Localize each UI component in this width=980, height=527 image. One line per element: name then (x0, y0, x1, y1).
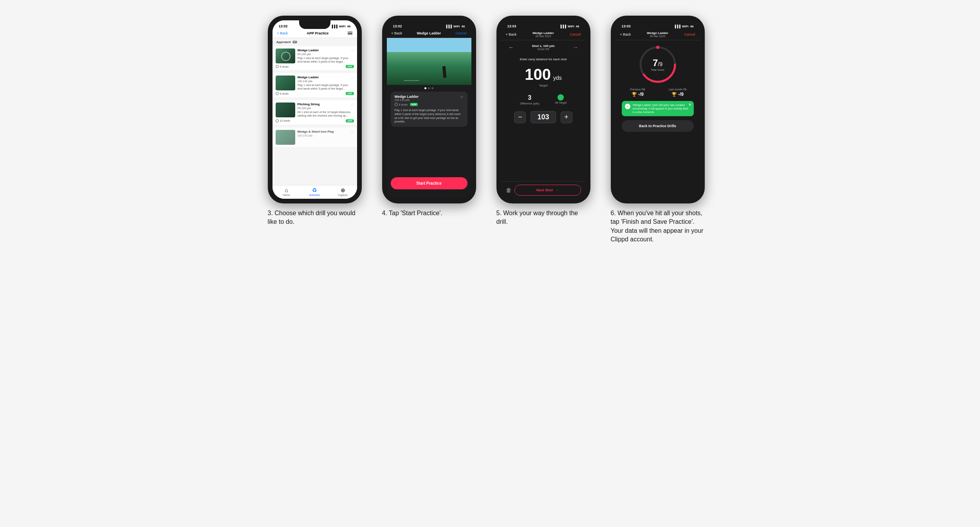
phone-notch-4 (642, 20, 673, 29)
back-button-3[interactable]: < Back (506, 32, 517, 36)
phone-1-column: 13:02 ▐▐▐ WiFi 46 < Back APP Practice (268, 16, 370, 227)
previous-pb: Previous PB 🏆 -/9 (622, 88, 654, 97)
star-icon-4[interactable]: ☆ (350, 130, 354, 134)
shot-input[interactable]: 103 (531, 111, 556, 123)
phone-notch-2 (413, 20, 445, 29)
decrement-button[interactable]: − (514, 112, 526, 123)
target-display: 100 yds Target (501, 63, 586, 91)
nav-bar-1: < Back APP Practice (273, 30, 357, 38)
status-icons-4: ▐▐▐ WiFi 46 (674, 25, 694, 28)
clock-icon-3 (276, 119, 279, 122)
phone-2: 13:02 ▐▐▐ WiFi 46 < Back Wedge Ladder Ca… (382, 16, 476, 203)
tab-home[interactable]: ⌂ Home (273, 187, 301, 196)
status-time-1: 13:02 (279, 24, 288, 28)
cancel-button-4[interactable]: Cancel (684, 32, 695, 36)
cancel-button-2[interactable]: Cancel (455, 31, 466, 35)
image-dots-2 (387, 85, 471, 92)
drill-card-3[interactable]: Pitching String ☆ 55-100 yds Hit 1 shot … (273, 100, 357, 125)
results-screen: 7 /9 Total Score Previous PB 🏆 -/ (615, 40, 700, 199)
back-to-drills-button[interactable]: Back to Practice Drills (622, 120, 694, 132)
phone-3: 13:03 ▐▐▐ WiFi 46 < Back Wedge Ladder 06… (496, 16, 590, 203)
arrow-right-icon: → (555, 188, 559, 192)
hit-target-icon (558, 94, 564, 101)
success-toast: ✓ 'Wedge Ladder (100-140 yds)' was creat… (622, 101, 694, 116)
drill-info-3: Pitching String ☆ 55-100 yds Hit 1 shot … (298, 103, 354, 117)
step-number-4: 6. (611, 210, 616, 216)
prev-shot-button[interactable]: ← (507, 43, 516, 52)
signal-icon-1: ▐▐▐ (331, 25, 337, 28)
score-text: 7 /9 Total Score (651, 58, 664, 71)
clock-icon-detail (395, 103, 398, 106)
phone-notch-3 (528, 20, 559, 29)
star-icon-3[interactable]: ☆ (350, 103, 354, 107)
drill-info-2: Wedge Ladder ☆ 100-140 yds Play 1 shot a… (298, 76, 354, 90)
tab-bar-1: ⌂ Home ♻ Activities ⊕ Capture (273, 185, 357, 199)
status-icons-3: ▐▐▐ WiFi 46 (559, 25, 579, 28)
drill-thumb-2 (276, 76, 295, 90)
star-icon-2[interactable]: ☆ (350, 76, 354, 80)
caption-3: 5. Work your way through the drill. (496, 209, 590, 227)
trophy-icon-2: 🏆 (671, 92, 677, 97)
nav-title-4: Wedge Ladder 06 Mar 2023 (631, 31, 684, 38)
score-circle: 7 /9 Total Score (638, 45, 677, 84)
phone-2-column: 13:02 ▐▐▐ WiFi 46 < Back Wedge Ladder Ca… (382, 16, 484, 218)
svg-point-2 (656, 46, 659, 49)
battery-icon-1: 46 (347, 25, 351, 28)
drill-thumb-3 (276, 103, 295, 117)
phone-4: 13:03 ▐▐▐ WiFi 46 < Back Wedge Ladder 06… (611, 16, 705, 203)
check-icon: ✓ (625, 104, 630, 109)
trophy-icon-1: 🏆 (632, 92, 637, 97)
category-tag: Approach 7 (276, 40, 353, 44)
nav-bar-3: < Back Wedge Ladder 06 Mar 2023 Cancel (501, 30, 586, 40)
nav-title-3: Wedge Ladder 06 Mar 2023 (516, 31, 570, 38)
hamburger-menu-1[interactable] (348, 32, 352, 35)
back-button-4[interactable]: < Back (620, 32, 631, 36)
next-shot-button[interactable]: Next Shot → (514, 185, 581, 196)
shot-title-block: Shot 1, 100 yds Score 5/9 (532, 44, 554, 50)
nav-title-1: APP Practice (288, 31, 347, 35)
step-number-1: 3. (268, 210, 273, 216)
drill-image-2 (387, 38, 471, 85)
phone-4-inner: 13:03 ▐▐▐ WiFi 46 < Back Wedge Ladder 06… (615, 20, 700, 199)
nav-bar-4: < Back Wedge Ladder 06 Mar 2023 Cancel (615, 30, 700, 40)
phone-2-inner: 13:02 ▐▐▐ WiFi 46 < Back Wedge Ladder Ca… (387, 20, 471, 199)
phone-1-inner: 13:02 ▐▐▐ WiFi 46 < Back APP Practice (273, 20, 357, 199)
nav-title-2: Wedge Ladder (402, 31, 455, 35)
tab-activities[interactable]: ♻ Activities (301, 187, 329, 196)
tab-capture[interactable]: ⊕ Capture (329, 187, 357, 196)
back-button-1[interactable]: < Back (277, 31, 288, 35)
status-icons-1: ▐▐▐ WiFi 46 (331, 25, 351, 28)
hit-target-stat: Hit Target (555, 94, 567, 105)
cancel-button-3[interactable]: Cancel (570, 32, 581, 36)
drill-thumb-1 (276, 49, 295, 63)
drill-card-2[interactable]: Wedge Ladder ☆ 100-140 yds Play 1 shot a… (273, 73, 357, 98)
drill-detail-card-2: Wedge Ladder 100-140 yds ☆ 9 shots APP P… (391, 92, 467, 127)
trash-icon[interactable]: 🗑 (506, 187, 511, 193)
start-practice-button[interactable]: Start Practice (391, 177, 467, 189)
activities-icon: ♻ (312, 187, 317, 193)
drill-thumb-4 (276, 130, 295, 145)
phones-row: 13:02 ▐▐▐ WiFi 46 < Back APP Practice (268, 16, 713, 244)
caption-2: 4. Tap 'Start Practice'. (382, 209, 442, 218)
star-icon-1[interactable]: ☆ (350, 49, 354, 53)
shot-bottom: 🗑 Next Shot → (501, 181, 586, 199)
phone-1: 13:02 ▐▐▐ WiFi 46 < Back APP Practice (268, 16, 362, 203)
status-time-4: 13:03 (622, 24, 631, 28)
toast-close-button[interactable]: ✕ (688, 103, 691, 107)
phone-4-column: 13:03 ▐▐▐ WiFi 46 < Back Wedge Ladder 06… (611, 16, 713, 244)
phone-notch-1 (299, 20, 330, 29)
drill-card-1[interactable]: Wedge Ladder ☆ 50-100 yds Play 1 shot at… (273, 46, 357, 71)
back-button-2[interactable]: < Back (392, 31, 402, 35)
status-icons-2: ▐▐▐ WiFi 46 (445, 25, 465, 28)
clock-icon-2 (276, 92, 279, 95)
drill-info-1: Wedge Ladder ☆ 50-100 yds Play 1 shot at… (298, 49, 354, 63)
drill-info-4: Wedge & Short Iron Play ☆ 100-140 yds (298, 130, 354, 137)
clock-icon-1 (276, 65, 279, 68)
phone-3-column: 13:03 ▐▐▐ WiFi 46 < Back Wedge Ladder 06… (496, 16, 598, 227)
wifi-icon-2: WiFi (453, 25, 460, 28)
drill-card-4[interactable]: Wedge & Short Iron Play ☆ 100-140 yds (273, 128, 357, 147)
difference-stat: 3 Difference (yds) (520, 94, 539, 105)
star-icon-detail[interactable]: ☆ (460, 95, 464, 99)
increment-button[interactable]: + (561, 112, 572, 123)
next-shot-arrow[interactable]: → (571, 43, 580, 52)
